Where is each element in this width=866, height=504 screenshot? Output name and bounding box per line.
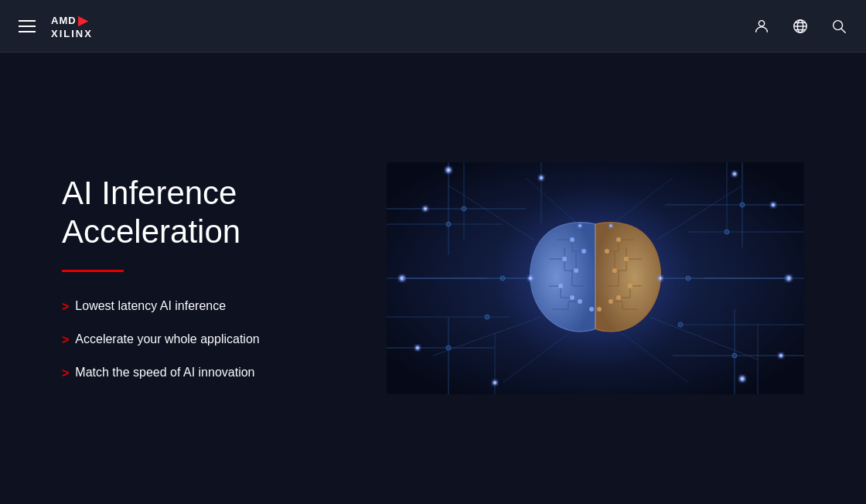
svg-point-66 <box>738 375 746 383</box>
xilinx-label: XILINX <box>51 28 93 39</box>
svg-point-42 <box>574 268 578 273</box>
svg-point-79 <box>578 223 582 228</box>
main-content: AI Inference Acceleration > Lowest laten… <box>0 53 866 504</box>
svg-point-65 <box>492 380 498 386</box>
svg-point-44 <box>570 295 574 300</box>
circuit-svg <box>387 162 804 394</box>
bullet-text-1: Lowest latency AI inference <box>75 297 226 315</box>
svg-point-56 <box>422 206 428 212</box>
amd-label: AMD <box>51 15 77 26</box>
svg-point-47 <box>616 237 621 242</box>
svg-point-61 <box>778 352 784 359</box>
svg-point-48 <box>605 249 609 254</box>
svg-point-29 <box>446 222 451 226</box>
svg-point-41 <box>562 257 567 261</box>
svg-point-46 <box>589 307 594 312</box>
bullet-text-3: Match the speed of AI innovation <box>75 363 254 382</box>
svg-point-50 <box>612 268 617 273</box>
bullet-item-2: > Accelerate your whole application <box>62 330 260 349</box>
svg-point-51 <box>628 284 632 288</box>
svg-point-28 <box>462 206 466 211</box>
page-title: AI Inference Acceleration <box>62 174 260 252</box>
svg-point-33 <box>740 203 745 207</box>
title-line2: Acceleration <box>62 213 240 250</box>
header-right <box>753 18 847 35</box>
svg-line-7 <box>841 29 845 32</box>
svg-point-45 <box>578 299 582 304</box>
bullet-text-2: Accelerate your whole application <box>75 330 259 349</box>
svg-point-58 <box>414 345 421 351</box>
svg-point-49 <box>624 257 629 261</box>
header-left: AMD ▶ XILINX <box>19 13 93 39</box>
svg-point-52 <box>616 295 621 300</box>
svg-point-31 <box>485 315 489 319</box>
svg-point-59 <box>770 202 776 208</box>
left-section: AI Inference Acceleration > Lowest laten… <box>62 174 260 383</box>
svg-point-37 <box>732 353 737 358</box>
brain-image <box>387 162 804 394</box>
title-line1: AI Inference <box>62 175 237 211</box>
red-divider <box>62 270 124 272</box>
bullet-arrow-1: > <box>62 298 69 316</box>
svg-point-62 <box>538 175 544 181</box>
svg-point-63 <box>445 166 452 174</box>
logo-area: AMD ▶ XILINX <box>51 13 93 39</box>
svg-point-77 <box>527 275 534 281</box>
user-icon[interactable] <box>753 18 770 35</box>
svg-point-34 <box>725 230 729 234</box>
search-icon[interactable] <box>830 18 847 35</box>
bullet-item-3: > Match the speed of AI innovation <box>62 363 260 383</box>
svg-point-54 <box>597 307 602 312</box>
bullet-arrow-2: > <box>62 331 69 349</box>
svg-point-80 <box>609 223 613 228</box>
svg-point-0 <box>759 20 764 26</box>
svg-point-53 <box>609 299 613 304</box>
svg-point-43 <box>558 284 563 288</box>
svg-point-39 <box>570 237 574 242</box>
globe-icon[interactable] <box>792 18 809 35</box>
bullet-item-1: > Lowest latency AI inference <box>62 297 260 316</box>
bullet-arrow-3: > <box>62 364 69 383</box>
right-section <box>387 162 804 394</box>
menu-icon[interactable] <box>19 20 36 32</box>
svg-point-78 <box>657 275 663 281</box>
header: AMD ▶ XILINX <box>0 0 866 53</box>
bullet-list: > Lowest latency AI inference > Accelera… <box>62 297 260 383</box>
amd-arrow-icon: ▶ <box>78 13 87 28</box>
svg-point-40 <box>581 249 586 254</box>
amd-logo: AMD ▶ <box>51 13 87 28</box>
svg-point-64 <box>731 171 738 177</box>
